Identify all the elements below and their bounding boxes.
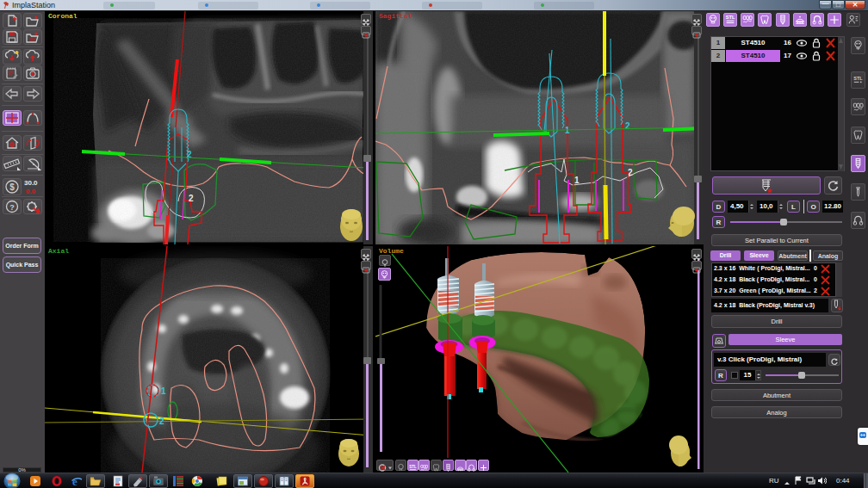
svg-text:2: 2: [628, 168, 633, 177]
svg-text:1: 1: [574, 176, 580, 185]
svg-text:STL: STL: [409, 465, 417, 469]
svg-text:e: e: [72, 475, 78, 487]
svg-text:1: 1: [161, 386, 166, 396]
svg-text:$: $: [9, 182, 15, 192]
svg-text:STL: STL: [726, 15, 735, 20]
svg-text:2: 2: [189, 194, 194, 203]
svg-text:?: ?: [9, 203, 15, 212]
svg-text:2: 2: [625, 121, 630, 131]
svg-text:2: 2: [159, 417, 164, 426]
svg-text:1: 1: [565, 126, 570, 135]
svg-text:STL: STL: [853, 76, 863, 81]
